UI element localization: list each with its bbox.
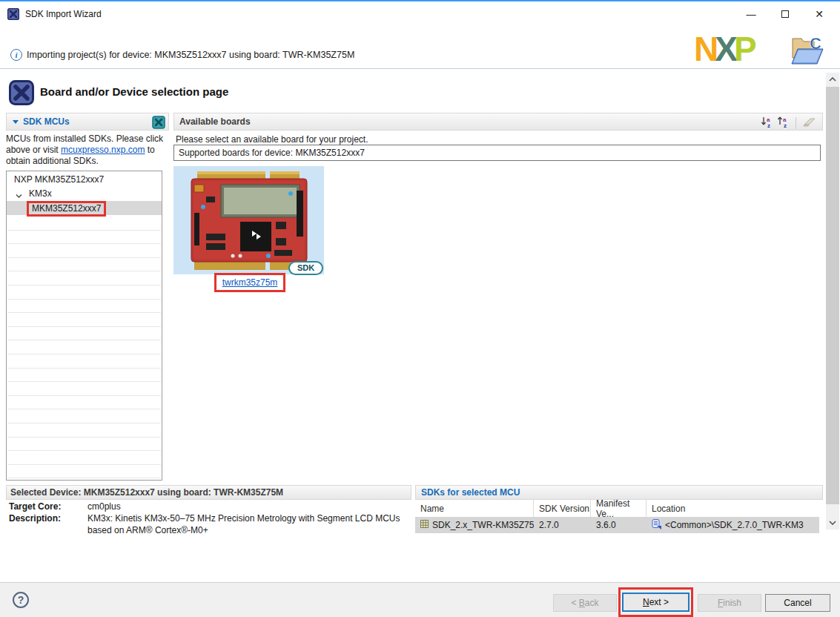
svg-text:NXP: NXP bbox=[694, 31, 756, 67]
scroll-down-icon[interactable] bbox=[826, 516, 839, 529]
board-tile-twrkm35z75m[interactable]: SDK bbox=[173, 166, 324, 274]
sdk-import-wizard-window: SDK Import Wizard — ✕ i Importing projec… bbox=[0, 0, 840, 617]
tree-group-label: KM3x bbox=[29, 188, 52, 199]
column-header-manifest-version[interactable]: Manifest Ve... bbox=[591, 500, 646, 517]
toolbar-separator bbox=[796, 117, 796, 129]
sdk-badge: SDK bbox=[288, 261, 323, 275]
mcuxpresso-teal-icon[interactable] bbox=[152, 116, 165, 131]
column-header-name[interactable]: Name bbox=[415, 500, 534, 517]
description-label: Description: bbox=[9, 513, 61, 524]
banner-text: Importing project(s) for device: MKM35Z5… bbox=[27, 50, 354, 60]
page-x-icon bbox=[9, 80, 34, 108]
question-icon: ? bbox=[18, 594, 24, 606]
target-core-value: cm0plus bbox=[87, 501, 121, 512]
back-button[interactable]: < Back bbox=[553, 594, 617, 612]
boards-hint: Please select an available board for you… bbox=[176, 134, 368, 145]
available-boards-header: Available boards az az bbox=[173, 113, 823, 131]
sort-ascending-icon[interactable]: az bbox=[777, 116, 790, 131]
tree-item-root[interactable]: NXP MKM35Z512xxx7 bbox=[7, 173, 162, 187]
close-icon: ✕ bbox=[815, 8, 824, 20]
svg-text:z: z bbox=[784, 122, 787, 128]
sdk-table-row[interactable]: SDK_2.x_TWR-KM35Z75M 2.7.0 3.6.0 <Common… bbox=[415, 517, 819, 533]
selected-device-bar: Selected Device: MKM35Z512xxx7 using boa… bbox=[6, 485, 411, 500]
clear-filter-eraser-icon[interactable] bbox=[801, 116, 816, 130]
info-icon: i bbox=[10, 49, 22, 61]
tree-selected-label: MKM35Z512xxx7 bbox=[32, 203, 101, 214]
next-label-post: ext > bbox=[649, 597, 669, 607]
location-library-icon bbox=[652, 519, 661, 532]
collapse-triangle-icon bbox=[13, 120, 19, 124]
back-label-key: B bbox=[579, 598, 585, 608]
maximize-icon bbox=[781, 10, 789, 18]
finish-button[interactable]: Finish bbox=[698, 594, 761, 612]
sdk-name: SDK_2.x_TWR-KM35Z75M bbox=[432, 520, 534, 530]
sdk-location: <Common>\SDK_2.7.0_TWR-KM3 bbox=[665, 520, 804, 530]
board-link[interactable]: twrkm35z75m bbox=[222, 277, 278, 288]
annotation-box-next: Next > bbox=[618, 587, 693, 617]
annotation-box-board-link: twrkm35z75m bbox=[214, 273, 285, 292]
header-separator bbox=[0, 68, 840, 69]
column-header-sdk-version[interactable]: SDK Version bbox=[534, 500, 591, 517]
boards-toolbar: az az bbox=[761, 116, 816, 131]
sdk-manifest-version: 3.6.0 bbox=[591, 517, 646, 533]
mcu-tree: NXP MKM35Z512xxx7 KM3x MKM35Z512xxx7 bbox=[6, 171, 162, 481]
sdk-package-icon bbox=[420, 520, 429, 530]
back-label-pre: < bbox=[571, 598, 578, 608]
annotation-box-mcu: MKM35Z512xxx7 bbox=[27, 201, 106, 217]
scroll-up-icon[interactable] bbox=[826, 73, 839, 85]
description-value-line1: KM3x: Kinetis KM3x-50–75 MHz Precision M… bbox=[87, 513, 400, 524]
cancel-button[interactable]: Cancel bbox=[765, 594, 830, 612]
available-boards-title: Available boards bbox=[179, 116, 251, 127]
maximize-button[interactable] bbox=[768, 3, 802, 25]
vertical-scrollbar[interactable] bbox=[826, 73, 839, 529]
tree-item-selected[interactable]: MKM35Z512xxx7 bbox=[7, 201, 162, 215]
help-button[interactable]: ? bbox=[13, 592, 29, 608]
sdk-version: 2.7.0 bbox=[534, 517, 591, 533]
board-photo bbox=[187, 170, 311, 274]
finish-label-post: inish bbox=[723, 598, 741, 608]
tree-item-km3x[interactable]: KM3x bbox=[7, 187, 162, 201]
sdk-mcus-section-header[interactable]: SDK MCUs bbox=[6, 113, 169, 131]
back-label-post: ack bbox=[585, 598, 599, 608]
sort-descending-icon[interactable]: az bbox=[761, 116, 774, 131]
nxp-logo: NXP bbox=[694, 31, 787, 69]
close-button[interactable]: ✕ bbox=[802, 3, 836, 25]
description-value-line2: based on ARM® Cortex®-M0+ bbox=[87, 525, 208, 535]
footer-bar: ? < Back Next > Finish Cancel bbox=[0, 582, 840, 617]
c-project-folder-icon: C bbox=[789, 31, 826, 70]
svg-text:z: z bbox=[767, 122, 770, 128]
window-title: SDK Import Wizard bbox=[25, 3, 102, 25]
target-core-label: Target Core: bbox=[9, 501, 61, 512]
tree-empty-rows bbox=[7, 217, 161, 479]
page-title: Board and/or Device selection page bbox=[40, 85, 228, 98]
app-x-icon bbox=[7, 8, 19, 22]
mcuxpresso-link[interactable]: mcuxpresso.nxp.com bbox=[61, 145, 145, 155]
minimize-icon: — bbox=[747, 9, 756, 20]
sdk-mcus-description: MCUs from installed SDKs. Please click a… bbox=[6, 133, 172, 167]
tree-root-label: NXP MKM35Z512xxx7 bbox=[14, 174, 104, 185]
sdks-for-mcu-title: SDKs for selected MCU bbox=[421, 487, 520, 498]
minimize-button[interactable]: — bbox=[734, 3, 768, 25]
boards-filter-input[interactable] bbox=[173, 145, 821, 161]
sdk-mcus-title: SDK MCUs bbox=[23, 116, 70, 127]
titlebar: SDK Import Wizard — ✕ bbox=[0, 3, 840, 25]
sdk-table-header: Name SDK Version Manifest Ve... Location bbox=[415, 500, 819, 517]
selected-device-text: Selected Device: MKM35Z512xxx7 using boa… bbox=[10, 487, 283, 498]
column-header-location[interactable]: Location bbox=[646, 500, 819, 517]
sdk-table: Name SDK Version Manifest Ve... Location… bbox=[415, 500, 819, 533]
scrollbar-thumb[interactable] bbox=[826, 87, 839, 504]
next-button[interactable]: Next > bbox=[622, 593, 689, 612]
next-label-key: N bbox=[643, 597, 649, 607]
